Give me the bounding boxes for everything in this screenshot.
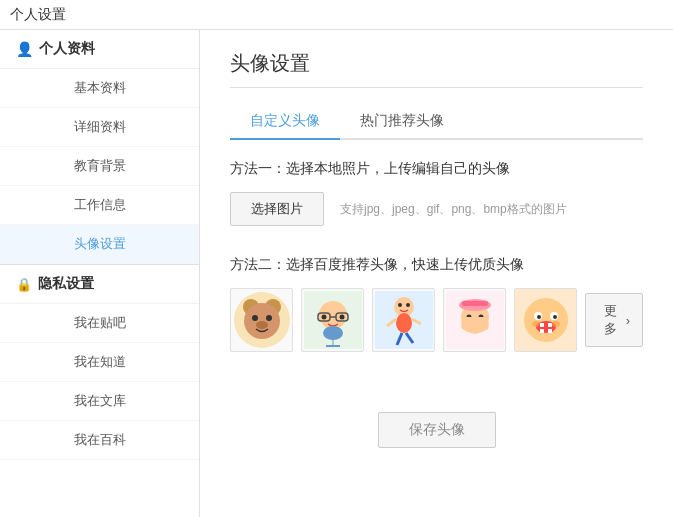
tab-custom[interactable]: 自定义头像 — [230, 104, 340, 140]
svg-point-19 — [398, 303, 402, 307]
file-format-hint: 支持jpg、jpeg、gif、png、bmp格式的图片 — [340, 201, 567, 218]
sidebar-section1-label: 个人资料 — [39, 40, 95, 58]
person-icon: 👤 — [16, 41, 33, 57]
svg-point-20 — [406, 303, 410, 307]
svg-point-44 — [532, 321, 540, 327]
svg-rect-41 — [548, 323, 552, 327]
svg-point-33 — [524, 298, 568, 342]
page-title: 头像设置 — [230, 50, 643, 88]
sidebar-item-basic[interactable]: 基本资料 — [0, 69, 199, 108]
svg-rect-43 — [548, 329, 552, 333]
sidebar-item-zhidao[interactable]: 我在知道 — [0, 343, 199, 382]
sidebar: 👤 个人资料 基本资料 详细资料 教育背景 工作信息 头像设置 🔒 隐私设置 我… — [0, 30, 200, 517]
svg-point-13 — [339, 315, 344, 320]
avatar-thumb-5[interactable] — [514, 288, 577, 352]
avatar-thumb-3[interactable] — [372, 288, 435, 352]
svg-point-21 — [396, 313, 412, 333]
sidebar-section2-label: 隐私设置 — [38, 275, 94, 293]
svg-point-45 — [552, 321, 560, 327]
svg-point-37 — [553, 315, 557, 319]
method1-label: 方法一：选择本地照片，上传编辑自己的头像 — [230, 160, 643, 178]
top-bar: 个人设置 — [0, 0, 673, 30]
avatar-thumb-4[interactable] — [443, 288, 506, 352]
svg-point-12 — [321, 315, 326, 320]
sidebar-item-work[interactable]: 工作信息 — [0, 186, 199, 225]
svg-point-6 — [256, 321, 268, 329]
top-bar-title: 个人设置 — [10, 6, 66, 24]
sidebar-section-personal: 👤 个人资料 — [0, 30, 199, 69]
avatar-thumbnails-row: 更多 › — [230, 288, 643, 352]
save-area: 保存头像 — [230, 412, 643, 448]
sidebar-item-baike[interactable]: 我在百科 — [0, 421, 199, 460]
save-avatar-button[interactable]: 保存头像 — [378, 412, 496, 448]
chevron-right-icon: › — [626, 313, 630, 328]
main-container: 👤 个人资料 基本资料 详细资料 教育背景 工作信息 头像设置 🔒 隐私设置 我… — [0, 30, 673, 517]
method2-label: 方法二：选择百度推荐头像，快速上传优质头像 — [230, 256, 643, 274]
svg-point-4 — [252, 315, 258, 321]
tab-hot[interactable]: 热门推荐头像 — [340, 104, 464, 140]
lock-icon: 🔒 — [16, 277, 32, 292]
sidebar-item-tieba[interactable]: 我在贴吧 — [0, 304, 199, 343]
content-area: 头像设置 自定义头像 热门推荐头像 方法一：选择本地照片，上传编辑自己的头像 选… — [200, 30, 673, 517]
svg-rect-29 — [462, 301, 488, 306]
sidebar-item-education[interactable]: 教育背景 — [0, 147, 199, 186]
svg-rect-40 — [540, 323, 544, 327]
choose-image-button[interactable]: 选择图片 — [230, 192, 324, 226]
sidebar-item-detail[interactable]: 详细资料 — [0, 108, 199, 147]
avatar-thumb-1[interactable] — [230, 288, 293, 352]
svg-point-36 — [537, 315, 541, 319]
tab-bar: 自定义头像 热门推荐头像 — [230, 104, 643, 140]
svg-rect-42 — [540, 329, 544, 333]
sidebar-section-privacy: 🔒 隐私设置 — [0, 264, 199, 304]
avatar-thumb-2[interactable] — [301, 288, 364, 352]
sidebar-item-avatar[interactable]: 头像设置 — [0, 225, 199, 264]
svg-point-5 — [266, 315, 272, 321]
upload-area: 选择图片 支持jpg、jpeg、gif、png、bmp格式的图片 — [230, 192, 643, 226]
sidebar-item-wenku[interactable]: 我在文库 — [0, 382, 199, 421]
more-avatars-button[interactable]: 更多 › — [585, 293, 643, 347]
